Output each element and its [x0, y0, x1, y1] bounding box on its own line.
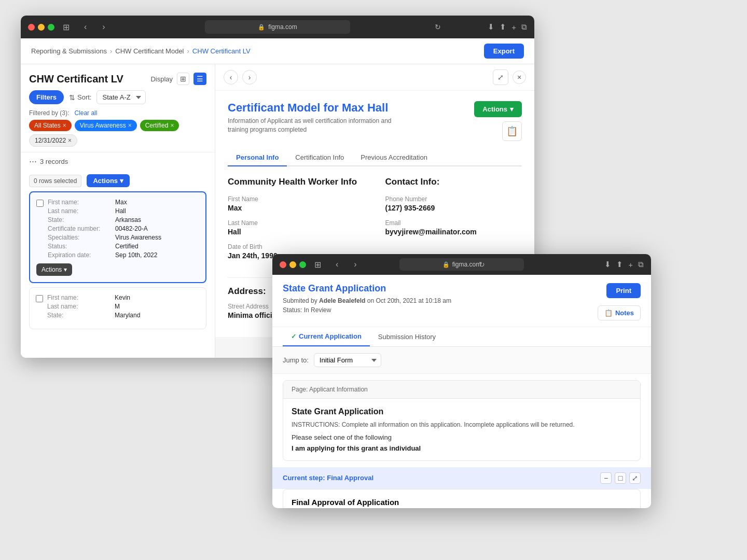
record-item-1: First name: Max Last name: Hall State: A… [29, 191, 206, 283]
status-value: In Review [304, 306, 331, 314]
zoom-out-btn[interactable]: − [600, 472, 612, 484]
final-approval-bar: Current step: Final Approval − □ ⤢ [272, 467, 651, 489]
field-value-certnumber-1: 00482-20-A [115, 225, 148, 232]
table-toolbar: 0 rows selected Actions ▾ [21, 170, 215, 191]
field-expdate-1: Expiration date: Sep 10th, 2022 [48, 251, 199, 259]
detail-panel-actions: ⤢ × [493, 69, 526, 85]
list-view-btn[interactable]: ☰ [193, 73, 206, 85]
minimize-traffic-light-2[interactable] [289, 261, 296, 268]
record-fields-1: First name: Max Last name: Hall State: A… [48, 199, 199, 260]
chw-section-title: Community Health Worker Info [228, 177, 365, 187]
external-link-btn[interactable]: ⤢ [493, 69, 508, 85]
record-actions-btn-1[interactable]: Actions ▾ [36, 263, 72, 276]
panel-title: CHW Certificant LV [29, 73, 123, 85]
tab-previous-accreditation[interactable]: Previous Accreditation [352, 149, 436, 166]
clear-all-link[interactable]: Clear all [74, 109, 97, 117]
close-traffic-light[interactable] [28, 24, 35, 31]
filters-button[interactable]: Filters [29, 90, 64, 104]
field-label-lastname-2: Last name: [47, 303, 115, 310]
record-actions-label-1: Actions [42, 266, 62, 273]
notes-button[interactable]: 📋 Notes [598, 305, 641, 320]
document-icon-btn[interactable]: 📋 [502, 121, 522, 141]
info-label-phone: Phone Number [385, 195, 522, 203]
export-button[interactable]: Export [484, 44, 524, 59]
info-label-firstname: First Name [228, 195, 365, 203]
zoom-controls: − □ ⤢ [600, 472, 641, 484]
tab-current-app-label: Current Application [299, 332, 362, 340]
breadcrumb-item-1[interactable]: Reporting & Submissions [31, 47, 107, 55]
share-btn-1[interactable]: ⬆ [500, 22, 506, 32]
detail-close-btn[interactable]: × [513, 71, 526, 84]
bulk-actions-button[interactable]: Actions ▾ [87, 174, 130, 187]
detail-subtitle: Information of Applicant as well certifi… [228, 117, 394, 134]
tab-personal-info[interactable]: Personal Info [228, 149, 287, 166]
grid-view-btn[interactable]: ⊞ [177, 73, 189, 85]
minimize-btn[interactable]: □ [615, 472, 626, 484]
grant-content: State Grant Application Submited by Adel… [272, 275, 651, 508]
detail-actions-button[interactable]: Actions ▾ [474, 101, 522, 117]
back-btn[interactable]: ‹ [81, 20, 90, 34]
final-approval-title: Final Approval of Application [292, 498, 632, 507]
back-btn-2[interactable]: ‹ [333, 258, 341, 271]
add-tab-btn-2[interactable]: + [628, 260, 633, 269]
titlebar-2: ⊞ ‹ › 🔒 figma.com ↻ ⬇ ⬆ + ⧉ [272, 254, 651, 275]
field-state-1: State: Arkansas [48, 216, 199, 223]
records-count: 3 records [40, 158, 68, 165]
tab-submission-history[interactable]: Submission History [370, 327, 444, 346]
refresh-btn-1[interactable]: ↻ [435, 23, 441, 31]
maximize-traffic-light[interactable] [48, 24, 54, 31]
tab-certification-info[interactable]: Certification Info [287, 149, 352, 166]
add-tab-btn-1[interactable]: + [511, 23, 516, 32]
sort-label: ⇅ Sort: [69, 93, 91, 102]
grant-header: State Grant Application Submited by Adel… [272, 275, 651, 327]
breadcrumb-sep-1: › [110, 47, 112, 55]
forward-btn-2[interactable]: › [351, 258, 359, 271]
tag-certified-close[interactable]: × [170, 122, 174, 129]
maximize-traffic-light-2[interactable] [299, 261, 306, 268]
print-button[interactable]: Print [606, 283, 641, 298]
sidebar-toggle-btn-2[interactable]: ⊞ [312, 258, 323, 272]
field-status-1: Status: Certified [48, 243, 199, 250]
tag-all-states-close[interactable]: × [63, 122, 66, 129]
tabs-btn-2[interactable]: ⧉ [638, 260, 644, 269]
breadcrumb-item-2[interactable]: CHW Certificant Model [115, 47, 184, 55]
breadcrumb-item-3[interactable]: CHW Certificant LV [192, 47, 251, 55]
jump-to-select[interactable]: Initial Form [314, 353, 381, 367]
refresh-btn-2[interactable]: ↻ [479, 260, 485, 269]
info-sections: Community Health Worker Info First Name … [228, 177, 522, 267]
grant-header-right: Print 📋 Notes [598, 283, 641, 320]
record-checkbox-2[interactable] [36, 295, 43, 302]
close-traffic-light-2[interactable] [280, 261, 286, 268]
sidebar-toggle-btn[interactable]: ⊞ [61, 20, 72, 34]
tabs-btn-1[interactable]: ⧉ [521, 22, 527, 32]
nav-next-btn[interactable]: › [242, 70, 257, 85]
left-panel-header: CHW Certificant LV Display ⊞ ☰ [21, 64, 215, 85]
info-label-email: Email [385, 219, 522, 227]
forward-btn[interactable]: › [99, 20, 108, 34]
share-btn-2[interactable]: ⬆ [616, 260, 623, 269]
final-approval-link[interactable]: Current step: Final Approval [283, 474, 374, 482]
record-checkbox-1[interactable] [36, 200, 44, 207]
record-actions-chevron-1: ▾ [64, 266, 67, 273]
tag-certified-label: Certified [145, 122, 169, 129]
nav-prev-btn[interactable]: ‹ [224, 70, 238, 85]
left-panel: CHW Certificant LV Display ⊞ ☰ Filters ⇅… [21, 64, 215, 358]
minimize-traffic-light[interactable] [38, 24, 45, 31]
sort-select[interactable]: State A-Z [96, 90, 146, 104]
tab-current-application[interactable]: ✓ Current Application [283, 327, 370, 346]
info-value-phone: (127) 935-2669 [385, 204, 522, 212]
tag-virus-awareness-close[interactable]: × [128, 122, 132, 129]
filter-tags: Filtered by (3): Clear all All States × … [21, 109, 215, 152]
info-label-lastname: Last Name [228, 219, 365, 227]
download-btn-1[interactable]: ⬇ [488, 22, 494, 32]
download-btn-2[interactable]: ⬇ [604, 260, 611, 269]
detail-title: Certificant Model for Max Hall [228, 101, 394, 115]
tag-all-states: All States × [29, 120, 72, 131]
form-instructions: INSTRUCTIONS: Complete all information o… [292, 421, 632, 429]
record-row-2: First name: Kevin Last name: M State: Ma… [36, 294, 200, 320]
tag-date-close[interactable]: × [68, 137, 72, 144]
tag-virus-awareness-label: Virus Awareness [80, 122, 126, 129]
records-bar: ⋯ 3 records [21, 152, 215, 170]
contact-section-title: Contact Info: [385, 177, 522, 187]
zoom-expand-btn[interactable]: ⤢ [629, 472, 641, 484]
